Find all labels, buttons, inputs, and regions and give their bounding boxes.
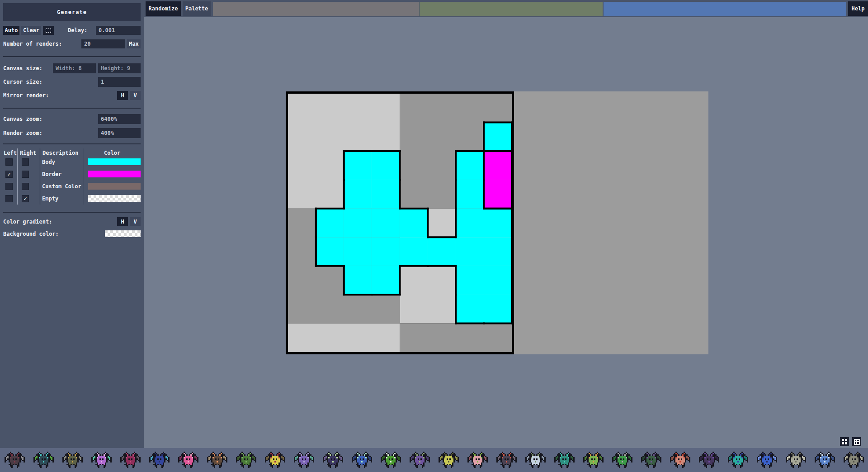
column-header-left: Left <box>4 149 17 157</box>
window-grid-icon <box>854 439 860 445</box>
render-thumbnail[interactable] <box>641 452 661 468</box>
empty-color-swatch[interactable] <box>88 195 141 202</box>
randomize-button[interactable]: Randomize <box>146 1 181 16</box>
gradient-v-button[interactable]: V <box>130 217 141 226</box>
dashed-frame-icon <box>46 29 51 33</box>
body-color-swatch[interactable] <box>88 158 141 165</box>
body-right-checkbox[interactable] <box>22 158 29 166</box>
four-squares-icon <box>842 439 847 444</box>
generate-panel-title: Generate <box>3 3 141 21</box>
render-thumbnail[interactable] <box>525 452 546 468</box>
render-thumbnail[interactable] <box>583 452 604 468</box>
render-thumbnail[interactable] <box>381 452 401 468</box>
mirror-h-button[interactable]: H <box>117 91 128 100</box>
divider <box>3 143 141 144</box>
gradient-h-button[interactable]: H <box>117 217 128 226</box>
render-thumbnail[interactable] <box>467 452 488 468</box>
column-header-right: Right <box>20 149 36 157</box>
render-zoom-input[interactable]: 400% <box>98 128 141 138</box>
canvas-zoom-input[interactable]: 6400% <box>98 114 141 124</box>
render-thumbnail[interactable] <box>207 452 227 468</box>
render-thumbnail[interactable] <box>62 452 83 468</box>
render-thumbnail[interactable] <box>265 452 285 468</box>
main-area <box>144 17 868 448</box>
empty-left-checkbox[interactable] <box>5 195 13 202</box>
canvas-height-input[interactable]: Height: 9 <box>98 63 141 73</box>
auto-button[interactable]: Auto <box>3 26 19 35</box>
canvas-widget[interactable] <box>286 91 708 354</box>
render-thumbnail[interactable] <box>91 452 112 468</box>
render-thumbnail[interactable] <box>294 452 314 468</box>
table-separator <box>17 148 18 205</box>
divider <box>3 56 141 57</box>
custom-right-checkbox[interactable] <box>22 183 29 190</box>
body-row-label: Body <box>42 158 55 166</box>
empty-row-label: Empty <box>42 195 58 202</box>
border-left-checkbox[interactable]: ✓ <box>5 171 13 178</box>
render-thumbnail[interactable] <box>352 452 372 468</box>
color-slot-green[interactable] <box>420 2 603 16</box>
column-header-description: Description <box>42 149 78 157</box>
render-thumbnail[interactable] <box>496 452 517 468</box>
cursor-size-label: Cursor size: <box>3 77 42 87</box>
panel-title-text: Generate <box>57 9 87 15</box>
canvas-width-input[interactable]: Width: 8 <box>53 63 96 73</box>
clear-button[interactable]: Clear <box>21 26 41 35</box>
render-thumbnail[interactable] <box>120 452 141 468</box>
topbar: Randomize Palette Help <box>144 0 868 17</box>
help-button[interactable]: Help <box>848 1 868 16</box>
canvas-size-label: Canvas size: <box>3 63 42 73</box>
render-thumbnail[interactable] <box>33 452 54 468</box>
render-thumbnail[interactable] <box>410 452 430 468</box>
cursor-size-input[interactable]: 1 <box>98 77 141 87</box>
grid-view-button[interactable] <box>852 437 861 446</box>
color-slot-blue[interactable] <box>604 2 846 16</box>
generate-panel: Generate Auto Clear Delay: 0.001 Number … <box>0 0 144 448</box>
render-thumbnail[interactable] <box>5 452 25 468</box>
canvas-zoom-label: Canvas zoom: <box>3 114 42 124</box>
divider <box>3 108 141 109</box>
selection-frame-button[interactable] <box>43 26 54 35</box>
render-thumbnail[interactable] <box>670 452 690 468</box>
render-thumbnail[interactable] <box>323 452 343 468</box>
color-gradient-label: Color gradient: <box>3 217 52 226</box>
max-renders-button[interactable]: Max <box>127 39 141 48</box>
border-right-checkbox[interactable] <box>22 171 29 178</box>
delay-label: Delay: <box>68 26 87 35</box>
divider <box>3 212 141 213</box>
render-thumbnail[interactable] <box>554 452 575 468</box>
render-thumbnail[interactable] <box>786 452 806 468</box>
empty-right-checkbox[interactable]: ✓ <box>22 195 29 202</box>
render-thumbnail[interactable] <box>439 452 459 468</box>
color-slot-gray[interactable] <box>213 2 419 16</box>
custom-left-checkbox[interactable] <box>5 183 13 190</box>
mirror-render-label: Mirror render: <box>3 91 49 100</box>
column-header-color: Color <box>104 149 120 157</box>
render-thumbnail[interactable] <box>612 452 632 468</box>
background-color-swatch[interactable] <box>105 230 141 237</box>
palette-button[interactable]: Palette <box>183 1 211 16</box>
table-separator <box>40 148 40 205</box>
border-row-label: Border <box>42 171 61 178</box>
render-thumbnail[interactable] <box>178 452 198 468</box>
custom-color-row-label: Custom Color <box>42 183 81 190</box>
render-thumbnail[interactable] <box>728 452 748 468</box>
render-thumbnail[interactable] <box>757 452 777 468</box>
custom-color-swatch[interactable] <box>88 183 141 190</box>
render-thumbnail[interactable] <box>699 452 719 468</box>
render-strip <box>0 448 868 472</box>
tile-view-button[interactable] <box>840 437 849 446</box>
mirror-v-button[interactable]: V <box>130 91 141 100</box>
renders-input[interactable]: 20 <box>81 39 125 48</box>
body-left-checkbox[interactable] <box>5 158 13 166</box>
render-thumbnail[interactable] <box>815 452 835 468</box>
delay-input[interactable]: 0.001 <box>96 26 141 35</box>
border-color-swatch[interactable] <box>88 171 141 177</box>
table-separator <box>83 148 83 205</box>
background-color-label: Background color: <box>3 229 59 238</box>
pixel-canvas[interactable] <box>286 91 708 354</box>
renders-label: Number of renders: <box>3 39 62 48</box>
render-thumbnail[interactable] <box>844 452 864 468</box>
render-thumbnail[interactable] <box>236 452 256 468</box>
render-thumbnail[interactable] <box>149 452 170 468</box>
